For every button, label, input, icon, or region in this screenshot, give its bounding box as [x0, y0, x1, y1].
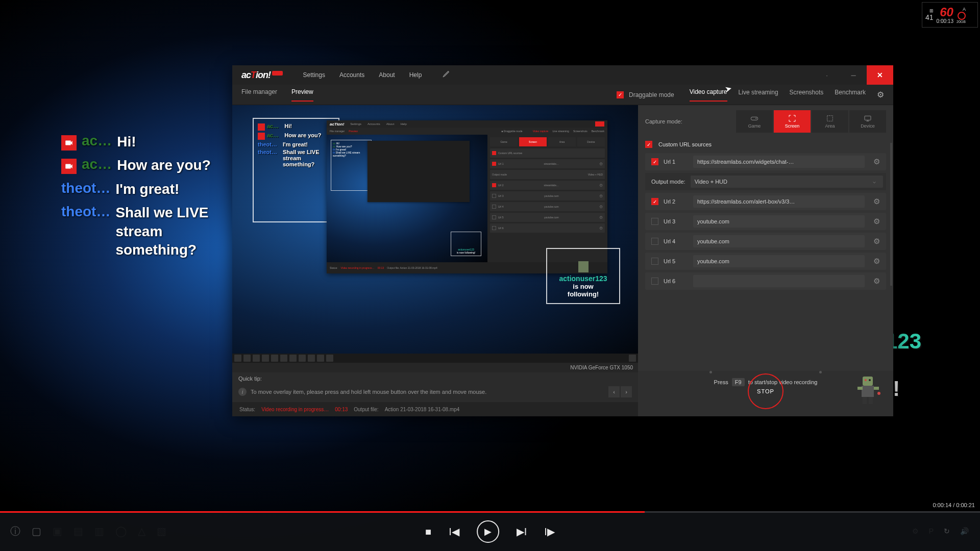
video-player-bar: 0:00:14 / 0:00:21 ⓘ ▢ ▣ ▤ ▥ ◯ △ ▧ ■ I◀ ▶…: [0, 511, 980, 551]
preview-viewport[interactable]: ac… Hi! ac… How are you? theot… I'm grea…: [232, 105, 638, 363]
url6-checkbox[interactable]: [651, 278, 658, 285]
fast-forward-button[interactable]: I▶: [544, 525, 555, 538]
draggable-checkbox[interactable]: ✓: [617, 91, 624, 98]
settings-gear-icon[interactable]: ⚙: [877, 90, 884, 99]
repeat-icon[interactable]: ↻: [944, 527, 950, 535]
circle-icon[interactable]: ◯: [115, 525, 127, 537]
chat-message: Hi!: [117, 133, 136, 151]
chat-row: ac… How are you?: [61, 156, 240, 174]
side-tab-screenshots[interactable]: Screenshots: [790, 89, 824, 101]
url3-input[interactable]: youtube.com: [693, 215, 865, 228]
url3-label: Url 3: [664, 218, 688, 224]
info-icon[interactable]: ⓘ: [10, 524, 20, 538]
layers-icon[interactable]: ▣: [53, 525, 62, 537]
sprite-icon: [578, 261, 589, 272]
picture-icon[interactable]: ▥: [94, 525, 104, 537]
info-icon: i: [238, 388, 247, 396]
chat-row: ac… Hi!: [61, 133, 240, 151]
url-row-2: ✓ Url 2 https://streamlabs.com/alert-box…: [645, 193, 886, 210]
folder-icon[interactable]: ▤: [74, 525, 83, 537]
settings-panel: Capture mode: Game Screen Area Device ✓ …: [638, 105, 893, 416]
mode-device-button[interactable]: Device: [849, 110, 886, 133]
side-tab-live-streaming[interactable]: Live streaming: [739, 89, 778, 101]
mini-taskbar: [232, 354, 638, 363]
preview-panel: ac… Hi! ac… How are you? theot… I'm grea…: [232, 105, 638, 416]
url3-checkbox[interactable]: [651, 218, 658, 225]
output-file: Action 21-03-2018 16-31-08.mp4: [385, 407, 460, 412]
url1-checkbox[interactable]: ✓: [651, 158, 658, 165]
svg-rect-3: [865, 116, 871, 120]
url6-label: Url 6: [664, 278, 688, 284]
tab-file-manager[interactable]: File manager: [241, 88, 277, 102]
title-bar[interactable]: acTion! BETA Settings Accounts About Hel…: [232, 65, 893, 85]
url6-gear-icon[interactable]: ⚙: [870, 274, 883, 288]
window-help-button[interactable]: ·: [814, 65, 840, 85]
svg-rect-9: [874, 387, 879, 390]
url4-checkbox[interactable]: [651, 238, 658, 245]
chat-username: ac…: [82, 133, 112, 149]
stop-button[interactable]: ■: [425, 526, 431, 538]
camera-icon[interactable]: ▢: [32, 525, 41, 537]
svg-rect-4: [863, 377, 873, 386]
url5-input[interactable]: youtube.com: [693, 255, 865, 267]
chat-row: theot… Shall we LIVE stream something?: [61, 204, 240, 259]
pager-dot[interactable]: [709, 371, 712, 373]
output-label: Output file:: [354, 407, 378, 412]
url1-input[interactable]: https://streamlabs.com/widgets/chat-…: [693, 156, 865, 168]
url5-gear-icon[interactable]: ⚙: [870, 255, 883, 268]
tab-preview[interactable]: Preview: [291, 88, 313, 102]
app-logo: acTion! BETA: [241, 70, 283, 81]
p-icon[interactable]: P: [929, 527, 934, 535]
volume-icon[interactable]: 🔊: [960, 527, 969, 535]
tip-text: To move overlay item, please press and h…: [251, 389, 486, 395]
gear-icon[interactable]: ⚙: [912, 527, 919, 535]
mode-screen-button[interactable]: Screen: [774, 110, 811, 133]
menu-accounts[interactable]: Accounts: [339, 71, 364, 79]
next-button[interactable]: ▶I: [517, 525, 527, 538]
stop-record-button[interactable]: STOP: [748, 373, 783, 409]
side-tab-video-capture[interactable]: Video capture: [690, 88, 727, 102]
mode-game-button[interactable]: Game: [736, 110, 773, 133]
hotkey-badge: F9: [732, 378, 745, 386]
image-icon[interactable]: ▧: [157, 525, 166, 537]
mode-area-button[interactable]: Area: [812, 110, 848, 133]
url2-checkbox[interactable]: ✓: [651, 198, 658, 205]
camera-icon: [258, 133, 265, 140]
draw-icon[interactable]: [442, 70, 450, 80]
url1-gear-icon[interactable]: ⚙: [870, 155, 883, 168]
prev-button[interactable]: I◀: [449, 525, 459, 538]
overlay-region-alert[interactable]: actionuser123 is now following!: [546, 248, 620, 304]
url4-input[interactable]: youtube.com: [693, 235, 865, 247]
url5-checkbox[interactable]: [651, 258, 658, 265]
progress-track[interactable]: [0, 511, 980, 513]
fps-timer: 0:00:13: [937, 18, 953, 24]
scrollbar[interactable]: [890, 143, 892, 286]
tip-prev-button[interactable]: ‹: [608, 386, 620, 397]
pager-dot[interactable]: [819, 371, 822, 373]
chat-message: I'm great!: [115, 180, 179, 198]
fps-value: 60: [940, 6, 953, 18]
custom-url-checkbox[interactable]: ✓: [645, 141, 652, 148]
play-button[interactable]: ▶: [477, 520, 499, 543]
menu-help[interactable]: Help: [409, 71, 422, 79]
tip-next-button[interactable]: ›: [621, 386, 632, 397]
triangle-icon[interactable]: △: [138, 525, 145, 537]
app-window: acTion! BETA Settings Accounts About Hel…: [232, 65, 893, 416]
window-minimize-button[interactable]: ─: [840, 65, 867, 85]
chat-username: theot…: [61, 180, 110, 196]
url2-gear-icon[interactable]: ⚙: [870, 195, 883, 208]
win-icon: ⊞: [929, 8, 934, 13]
menu-settings[interactable]: Settings: [303, 71, 325, 79]
url6-input[interactable]: .: [693, 275, 865, 287]
status-time: 00:13: [335, 407, 348, 412]
beta-badge: BETA: [272, 71, 283, 76]
side-tab-benchmark[interactable]: Benchmark: [835, 89, 866, 101]
gpu-label: NVIDIA GeForce GTX 1050: [232, 363, 638, 372]
url4-gear-icon[interactable]: ⚙: [870, 235, 883, 248]
url3-gear-icon[interactable]: ⚙: [870, 215, 883, 228]
window-close-button[interactable]: ✕: [867, 65, 893, 85]
url2-input[interactable]: https://streamlabs.com/alert-box/v3/3…: [693, 195, 865, 208]
press-label: Press: [714, 379, 728, 385]
menu-about[interactable]: About: [379, 71, 395, 79]
output-mode-select[interactable]: Video + HUD⌵: [691, 176, 883, 188]
